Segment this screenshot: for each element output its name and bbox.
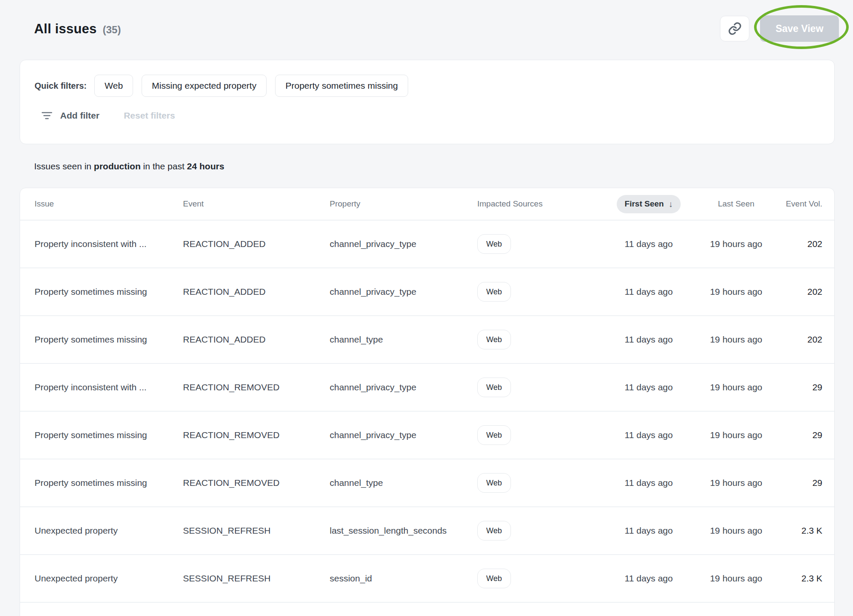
event-volume-cell: 2.3 K	[781, 526, 822, 536]
event-cell: REACTION_ADDED	[183, 334, 330, 345]
first-seen-cell: 11 days ago	[606, 287, 691, 297]
event-volume-cell: 202	[781, 287, 822, 297]
last-seen-cell: 19 hours ago	[691, 334, 781, 345]
scope-middle: in the past	[141, 161, 187, 171]
table-row[interactable]: Property inconsistent with ... REACTION_…	[20, 221, 834, 268]
issue-cell: Property inconsistent with ...	[35, 382, 183, 392]
event-cell: SESSION_REFRESH	[183, 573, 330, 584]
impacted-sources-cell: Web	[477, 569, 606, 588]
event-cell: REACTION_REMOVED	[183, 382, 330, 392]
issue-cell: Unexpected property	[35, 526, 183, 536]
first-seen-label: First Seen	[625, 199, 664, 209]
event-cell: REACTION_ADDED	[183, 287, 330, 297]
impacted-sources-cell: Web	[477, 282, 606, 302]
table-row[interactable]: Unexpected property SESSION_REFRESH last…	[20, 507, 834, 555]
scope-time-range: 24 hours	[187, 161, 224, 171]
source-badge-web: Web	[477, 282, 511, 302]
issues-count: (35)	[103, 24, 121, 36]
event-volume-cell: 29	[781, 478, 822, 488]
table-row[interactable]: Property inconsistent with ... REACTION_…	[20, 364, 834, 412]
event-cell: REACTION_ADDED	[183, 239, 330, 249]
impacted-sources-cell: Web	[477, 330, 606, 349]
table-row[interactable]: Property sometimes missing REACTION_ADDE…	[20, 316, 834, 364]
last-seen-cell: 19 hours ago	[691, 478, 781, 488]
link-icon	[728, 21, 742, 36]
column-header-event-vol[interactable]: Event Vol.	[786, 199, 822, 209]
save-view-button[interactable]: Save View	[760, 15, 839, 42]
source-badge-web: Web	[477, 330, 511, 349]
table-header-row: Issue Event Property Impacted Sources Fi…	[20, 188, 834, 221]
page-title: All issues	[34, 21, 97, 37]
source-badge-web: Web	[477, 521, 511, 540]
reset-filters-button[interactable]: Reset filters	[124, 110, 175, 121]
impacted-sources-cell: Web	[477, 234, 606, 254]
first-seen-cell: 11 days ago	[606, 239, 691, 249]
issues-table: Issue Event Property Impacted Sources Fi…	[20, 188, 835, 616]
last-seen-cell: 19 hours ago	[691, 430, 781, 440]
first-seen-cell: 11 days ago	[606, 573, 691, 584]
scope-prefix: Issues seen in	[34, 161, 94, 171]
issues-scope-text: Issues seen in production in the past 24…	[34, 161, 224, 171]
first-seen-cell: 11 days ago	[606, 334, 691, 345]
column-header-impacted-sources[interactable]: Impacted Sources	[477, 199, 606, 209]
last-seen-cell: 19 hours ago	[691, 382, 781, 392]
first-seen-cell: 11 days ago	[606, 526, 691, 536]
table-row[interactable]: Property sometimes missing REACTION_REMO…	[20, 412, 834, 459]
event-volume-cell: 202	[781, 334, 822, 345]
property-cell: session_id	[330, 573, 477, 584]
impacted-sources-cell: Web	[477, 425, 606, 445]
add-filter-button[interactable]: Add filter	[60, 110, 99, 121]
impacted-sources-cell: Web	[477, 378, 606, 397]
property-cell: channel_privacy_type	[330, 239, 477, 249]
table-row-partial[interactable]	[20, 603, 834, 616]
last-seen-cell: 19 hours ago	[691, 287, 781, 297]
column-header-property[interactable]: Property	[330, 199, 477, 209]
property-cell: channel_type	[330, 478, 477, 488]
quick-filter-property-sometimes-missing[interactable]: Property sometimes missing	[275, 75, 408, 97]
source-badge-web: Web	[477, 234, 511, 254]
property-cell: channel_privacy_type	[330, 287, 477, 297]
impacted-sources-cell: Web	[477, 473, 606, 493]
impacted-sources-cell: Web	[477, 521, 606, 540]
last-seen-cell: 19 hours ago	[691, 573, 781, 584]
column-header-event[interactable]: Event	[183, 199, 330, 209]
column-header-first-seen[interactable]: First Seen ↓	[617, 195, 681, 213]
filters-panel: Quick filters: Web Missing expected prop…	[20, 60, 835, 144]
first-seen-cell: 11 days ago	[606, 382, 691, 392]
first-seen-cell: 11 days ago	[606, 478, 691, 488]
quick-filter-missing-expected-property[interactable]: Missing expected property	[142, 75, 267, 97]
table-row[interactable]: Property sometimes missing REACTION_REMO…	[20, 459, 834, 507]
quick-filters-row: Quick filters: Web Missing expected prop…	[35, 75, 834, 97]
first-seen-sort-pill[interactable]: First Seen ↓	[617, 195, 681, 213]
column-header-last-seen[interactable]: Last Seen	[718, 199, 754, 209]
event-volume-cell: 202	[781, 239, 822, 249]
event-cell: SESSION_REFRESH	[183, 526, 330, 536]
source-badge-web: Web	[477, 378, 511, 397]
issue-cell: Property inconsistent with ...	[35, 239, 183, 249]
issue-cell: Property sometimes missing	[35, 334, 183, 345]
table-row[interactable]: Property sometimes missing REACTION_ADDE…	[20, 268, 834, 316]
column-header-issue[interactable]: Issue	[35, 199, 183, 209]
event-volume-cell: 29	[781, 382, 822, 392]
property-cell: channel_privacy_type	[330, 382, 477, 392]
first-seen-cell: 11 days ago	[606, 430, 691, 440]
scope-environment: production	[94, 161, 141, 171]
copy-link-button[interactable]	[720, 16, 749, 41]
property-cell: last_session_length_seconds	[330, 526, 477, 536]
quick-filter-web[interactable]: Web	[94, 75, 133, 97]
issue-cell: Property sometimes missing	[35, 478, 183, 488]
filter-actions-row: Add filter Reset filters	[35, 110, 834, 121]
source-badge-web: Web	[477, 569, 511, 588]
page-header: All issues (35)	[34, 21, 121, 37]
source-badge-web: Web	[477, 473, 511, 493]
issue-cell: Property sometimes missing	[35, 287, 183, 297]
sort-desc-arrow-icon: ↓	[668, 199, 673, 209]
event-cell: REACTION_REMOVED	[183, 478, 330, 488]
table-row[interactable]: Unexpected property SESSION_REFRESH sess…	[20, 555, 834, 603]
last-seen-cell: 19 hours ago	[691, 526, 781, 536]
property-cell: channel_type	[330, 334, 477, 345]
issue-cell: Unexpected property	[35, 573, 183, 584]
quick-filters-label: Quick filters:	[35, 81, 87, 91]
event-volume-cell: 2.3 K	[781, 573, 822, 584]
property-cell: channel_privacy_type	[330, 430, 477, 440]
